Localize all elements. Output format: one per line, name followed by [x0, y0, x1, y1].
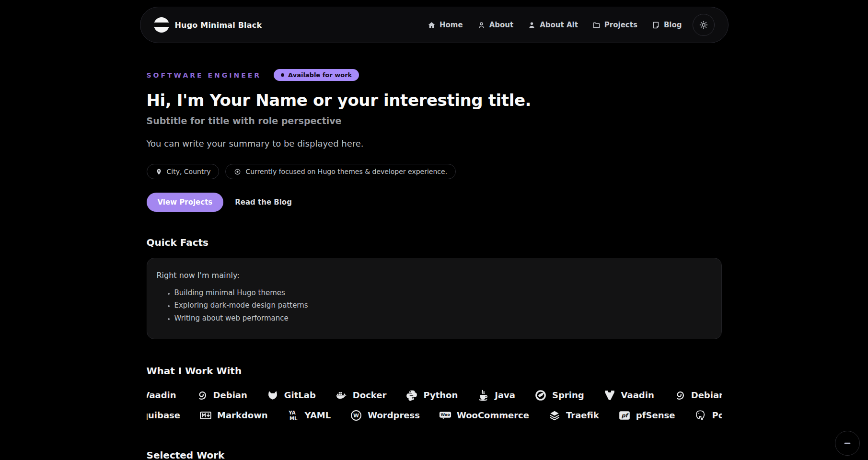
brand-name: Hugo Minimal Black: [175, 21, 262, 30]
gitlab-icon: [266, 389, 279, 402]
svg-text:ML: ML: [289, 415, 297, 421]
docker-icon: [335, 389, 347, 402]
tech-section: What I Work With VaadinDebianGitLabDocke…: [147, 365, 722, 422]
nav-item-label: Blog: [664, 21, 682, 29]
quick-facts-section: Quick Facts Right now I'm mainly: Buildi…: [147, 237, 722, 339]
tech-item-liquibase: Liquibase: [147, 409, 180, 422]
vaadin-icon: [603, 389, 616, 402]
location-pin-icon: [155, 168, 162, 175]
quick-fact-item: Exploring dark-mode design patterns: [174, 299, 712, 311]
navbar: Hugo Minimal Black HomeAboutAbout AltPro…: [140, 7, 729, 43]
tech-item-label: Liquibase: [147, 410, 180, 420]
hero-chip: Currently focused on Hugo themes & devel…: [225, 164, 456, 179]
nav-item-projects[interactable]: Projects: [592, 21, 637, 29]
spring-icon: [534, 389, 547, 402]
nav-item-about[interactable]: About: [477, 21, 514, 29]
tech-item-python: Python: [405, 389, 458, 402]
theme-toggle-button[interactable]: [693, 14, 715, 36]
page-title: Hi, I'm Your Name or your interesting ti…: [147, 91, 722, 110]
hero-subtitle: Subtitle for title with role perspective: [147, 115, 722, 126]
tech-marquee: VaadinDebianGitLabDockerPythonJavaSpring…: [147, 389, 722, 422]
traefik-icon: [548, 409, 561, 422]
tech-item-label: Wordpress: [368, 410, 420, 420]
tech-item-label: Docker: [353, 390, 387, 400]
hero-chips: City, CountryCurrently focused on Hugo t…: [147, 164, 722, 179]
tech-item-label: Debian: [213, 390, 247, 400]
tech-item-traefik: Traefik: [548, 409, 599, 422]
read-blog-button[interactable]: Read the Blog: [228, 193, 299, 212]
tech-item-label: PostgreSQL: [712, 410, 721, 420]
tech-item-docker: Docker: [335, 389, 387, 402]
quick-fact-item: Building minimal Hugo themes: [174, 287, 712, 299]
quick-facts-heading: Quick Facts: [147, 237, 722, 248]
chip-label: City, Country: [167, 168, 211, 175]
minus-icon: [842, 438, 853, 448]
view-projects-button[interactable]: View Projects: [147, 193, 224, 212]
brand-logo-icon: [154, 17, 169, 33]
tech-item-label: Markdown: [217, 410, 268, 420]
postgresql-icon: [694, 409, 706, 422]
nav-item-blog[interactable]: Blog: [652, 21, 682, 29]
availability-dot-icon: [281, 73, 284, 77]
tech-item-label: YAML: [305, 410, 331, 420]
tech-heading: What I Work With: [147, 365, 722, 377]
tech-item-yaml: YAMLYAML: [287, 409, 331, 422]
wordpress-icon: W: [350, 409, 362, 422]
selected-work-heading: Selected Work: [147, 449, 722, 460]
quick-facts-list: Building minimal Hugo themesExploring da…: [157, 287, 712, 324]
tech-item-wordpress: WWordpress: [350, 409, 420, 422]
pfsense-icon: pf: [618, 409, 631, 422]
tech-item-label: GitLab: [284, 390, 316, 400]
nav-item-label: Projects: [604, 21, 637, 29]
tech-item-label: Vaadin: [621, 390, 654, 400]
tech-item-spring: Spring: [534, 389, 584, 402]
tech-item-java: Java: [477, 389, 515, 402]
debian-icon: [673, 389, 686, 402]
tech-item-label: Spring: [552, 390, 584, 400]
sun-icon: [699, 20, 708, 30]
collapse-widget-button[interactable]: [835, 431, 860, 456]
role-eyebrow: SOFTWARE ENGINEER: [147, 71, 262, 79]
blog-icon: [652, 21, 660, 29]
tech-row-1: VaadinDebianGitLabDockerPythonJavaSpring…: [147, 389, 722, 402]
tech-item-postgresql: PostgreSQL: [694, 409, 721, 422]
svg-text:Woo: Woo: [440, 413, 450, 417]
markdown-icon: [199, 409, 212, 422]
tech-item-markdown: Markdown: [199, 409, 268, 422]
java-icon: [477, 389, 489, 402]
nav-item-home[interactable]: Home: [428, 21, 463, 29]
svg-text:YA: YA: [288, 410, 295, 415]
tech-item-label: WooCommerce: [457, 410, 529, 420]
tech-item-label: Vaadin: [147, 390, 176, 400]
nav: HomeAboutAbout AltProjectsBlog: [428, 21, 682, 29]
tech-item-label: Python: [423, 390, 458, 400]
tech-row-2: LiquibaseMarkdownYAMLYAMLWWordpressWooWo…: [147, 409, 722, 422]
nav-item-label: Home: [440, 21, 463, 29]
tech-item-gitlab: GitLab: [266, 389, 316, 402]
quick-fact-item: Writing about web performance: [174, 312, 712, 324]
user-filled-icon: [528, 21, 536, 29]
user-outline-icon: [477, 21, 486, 29]
tech-item-label: Debian: [691, 390, 722, 400]
python-icon: [405, 389, 418, 402]
availability-badge: Available for work: [274, 69, 359, 81]
nav-item-label: About Alt: [540, 21, 578, 29]
target-icon: [234, 168, 241, 175]
nav-item-about-alt[interactable]: About Alt: [528, 21, 578, 29]
header: Hugo Minimal Black HomeAboutAbout AltPro…: [0, 0, 868, 43]
tech-item-vaadin: Vaadin: [603, 389, 654, 402]
availability-label: Available for work: [288, 71, 352, 79]
tech-item-label: pfSense: [636, 410, 675, 420]
brand[interactable]: Hugo Minimal Black: [154, 17, 262, 33]
tech-item-label: Java: [495, 390, 515, 400]
selected-work-section: Selected Work Minimal Black Hugo Theme F…: [147, 449, 722, 460]
home-icon: [428, 21, 436, 29]
hero-summary: You can write your summary to be display…: [147, 138, 722, 149]
nav-item-label: About: [489, 21, 514, 29]
svg-text:W: W: [353, 413, 359, 419]
debian-icon: [196, 389, 208, 402]
tech-item-debian: Debian: [196, 389, 247, 402]
tech-item-vaadin: Vaadin: [147, 389, 176, 402]
tech-item-pfsense: pfpfSense: [618, 409, 675, 422]
quick-facts-intro: Right now I'm mainly:: [157, 271, 712, 280]
